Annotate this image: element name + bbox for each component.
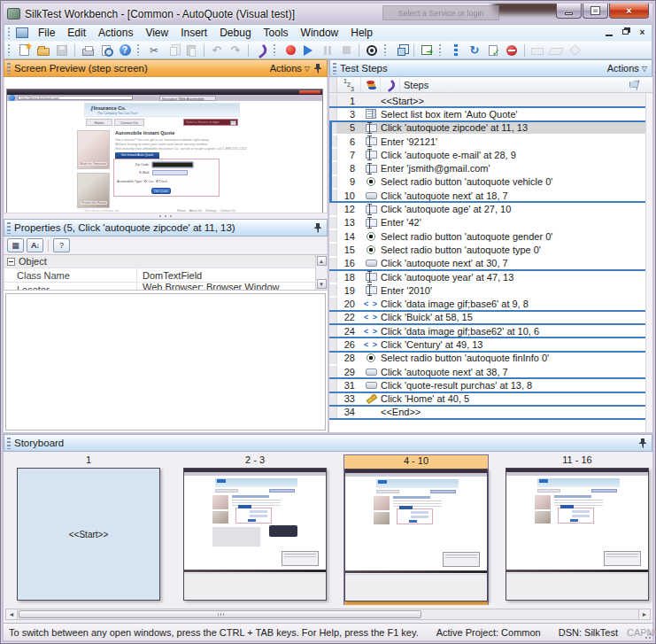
storyboard-thumbnail-2[interactable]: 2 - 3 bbox=[182, 454, 328, 601]
help-icon[interactable] bbox=[116, 43, 134, 58]
menu-help[interactable]: Help bbox=[344, 26, 379, 40]
menu-tools[interactable]: Tools bbox=[258, 26, 295, 40]
storyboard-scrollbar[interactable]: ◄ ► bbox=[5, 609, 651, 620]
properties-category-row[interactable]: Object bbox=[4, 255, 327, 268]
storyboard-header[interactable]: Storyboard bbox=[4, 434, 652, 452]
menu-insert[interactable]: Insert bbox=[174, 26, 213, 40]
redo-icon[interactable] bbox=[227, 43, 244, 58]
toolbar-grip[interactable] bbox=[439, 44, 444, 56]
test-step-row[interactable]: 8Enter 'jsmith@gmail.com' bbox=[329, 160, 652, 174]
test-step-row[interactable]: 33Click 'Home' at 40, 5 bbox=[329, 392, 652, 405]
test-step-row[interactable]: 6Enter '92121' bbox=[329, 134, 652, 147]
scroll-up-icon[interactable]: ▲ bbox=[317, 256, 327, 266]
test-step-row[interactable]: 9Select radio button 'autoquote vehicle … bbox=[329, 175, 652, 188]
test-step-row[interactable]: 31Click 'quote-result purchas' at 13, 8 bbox=[329, 377, 652, 391]
panel-grip[interactable] bbox=[333, 63, 336, 74]
property-row[interactable]: Class Name DomTextField bbox=[4, 268, 327, 283]
print-preview-icon[interactable] bbox=[97, 43, 115, 58]
test-steps-actions-menu[interactable]: Actions▽ bbox=[607, 63, 647, 74]
horizontal-splitter[interactable] bbox=[4, 213, 328, 219]
minimize-button[interactable] bbox=[556, 4, 582, 19]
document-icon[interactable] bbox=[16, 27, 28, 38]
test-step-row[interactable]: 1<<Start>> bbox=[329, 93, 652, 106]
test-steps-header[interactable]: Test Steps Actions▽ bbox=[329, 59, 652, 77]
record-icon[interactable] bbox=[282, 43, 299, 58]
sort-alphabetical-icon[interactable]: A↓ bbox=[27, 238, 43, 252]
test-step-row[interactable]: 19Enter '2010' bbox=[329, 283, 652, 296]
toolbar-grip[interactable] bbox=[8, 44, 12, 56]
close-button[interactable]: × bbox=[609, 4, 649, 19]
cut-icon[interactable] bbox=[145, 43, 163, 58]
panel-grip[interactable] bbox=[7, 63, 11, 74]
verify-results-icon[interactable] bbox=[484, 43, 502, 58]
storyboard-thumbnail-3[interactable]: 4 - 10 bbox=[343, 454, 489, 605]
remove-result-icon[interactable] bbox=[503, 43, 521, 58]
mdi-close-button[interactable]: × bbox=[637, 27, 648, 37]
identify-object-icon[interactable] bbox=[363, 43, 381, 58]
paste-icon[interactable] bbox=[182, 43, 200, 58]
scrollbar-thumb[interactable] bbox=[19, 610, 421, 618]
test-step-row[interactable]: 29Click 'autoquote next' at 38, 7 bbox=[329, 364, 652, 377]
panel-grip[interactable] bbox=[7, 222, 11, 234]
menu-file[interactable]: File bbox=[32, 26, 61, 40]
refresh-icon[interactable] bbox=[466, 43, 483, 58]
scroll-left-icon[interactable]: ◄ bbox=[6, 609, 18, 619]
menu-debug[interactable]: Debug bbox=[213, 26, 257, 40]
pin-icon[interactable] bbox=[313, 222, 322, 233]
print-icon[interactable] bbox=[79, 43, 96, 58]
steps-column-label[interactable]: Steps bbox=[400, 77, 652, 92]
test-step-row[interactable]: 26< >Click 'Century' at 49, 13 bbox=[329, 337, 652, 350]
new-visual-test-icon[interactable] bbox=[16, 43, 34, 58]
test-step-row[interactable]: 5Click 'autoquote zipcode' at 11, 13 bbox=[329, 120, 652, 134]
maximize-button[interactable] bbox=[583, 4, 608, 19]
steps-scrollbar[interactable] bbox=[645, 93, 652, 432]
test-step-row[interactable]: 14Select radio button 'autoquote gender … bbox=[329, 229, 652, 242]
pin-icon[interactable] bbox=[313, 63, 322, 74]
menu-window[interactable]: Window bbox=[295, 26, 345, 40]
scroll-right-icon[interactable]: ► bbox=[638, 609, 650, 619]
run-results-icon[interactable] bbox=[418, 43, 436, 58]
open-icon[interactable] bbox=[35, 43, 52, 58]
resize-grip[interactable] bbox=[643, 631, 652, 640]
stop-icon[interactable] bbox=[337, 43, 355, 58]
shape-parallelogram-icon[interactable] bbox=[547, 43, 565, 58]
mdi-restore-button[interactable] bbox=[620, 27, 631, 37]
test-step-row[interactable]: 34<<End>> bbox=[329, 405, 652, 418]
pin-icon[interactable] bbox=[638, 438, 647, 448]
data-column-icon[interactable] bbox=[361, 77, 381, 92]
property-row-clipped[interactable]: Locator Web Browser: Browser Window bbox=[4, 283, 327, 291]
test-step-row[interactable]: 16Click 'autoquote next' at 30, 7 bbox=[329, 256, 652, 269]
row-number-column-icon[interactable]: 2 bbox=[337, 77, 361, 92]
screen-preview-area[interactable]: http://demo.borland.com/ Insurance Web A… bbox=[4, 77, 328, 213]
test-step-row[interactable]: 24< >Click 'data image gif;base62' at 10… bbox=[329, 323, 652, 337]
undo-icon[interactable] bbox=[208, 43, 226, 58]
test-step-row[interactable]: 12Click 'autoquote age' at 27, 10 bbox=[329, 201, 652, 214]
toolbar-grip[interactable] bbox=[274, 44, 278, 56]
menu-edit[interactable]: Edit bbox=[61, 26, 92, 40]
shape-diamond-icon[interactable] bbox=[566, 43, 583, 58]
properties-header[interactable]: Properties (5, Click 'autoquote zipcode'… bbox=[4, 219, 328, 237]
test-step-row[interactable]: 22< >Click 'Buick' at 58, 15 bbox=[329, 310, 652, 323]
categorized-icon[interactable]: ▦ bbox=[7, 238, 24, 252]
test-step-row[interactable]: 15Select radio button 'autoquote type 0' bbox=[329, 242, 652, 255]
title-bar[interactable]: SilkTest Workbench - [Common - AutoQuote… bbox=[4, 4, 652, 24]
flag-icon[interactable] bbox=[629, 80, 640, 90]
properties-scrollbar[interactable]: ▲ ▼ bbox=[315, 255, 327, 290]
test-step-row[interactable]: 18Click 'autoquote year' at 47, 13 bbox=[329, 269, 652, 283]
save-icon[interactable] bbox=[53, 43, 71, 58]
storyboard-thumbnail-1[interactable]: 1<<Start>> bbox=[16, 454, 161, 601]
storyboard-thumbnail-4[interactable]: 11 - 16 bbox=[505, 454, 650, 601]
panel-grip[interactable] bbox=[7, 438, 11, 449]
screen-preview-actions-menu[interactable]: Actions▽ bbox=[270, 63, 310, 74]
toolbar-grip[interactable] bbox=[384, 44, 389, 56]
test-step-row[interactable]: 13Enter '42' bbox=[329, 215, 652, 229]
menu-actions[interactable]: Actions bbox=[92, 26, 139, 40]
test-step-row[interactable]: 3Select list box item 'Auto Quote' bbox=[329, 106, 652, 120]
window-layout-icon[interactable] bbox=[392, 43, 410, 58]
collapse-icon[interactable] bbox=[7, 258, 15, 266]
help-icon[interactable]: ? bbox=[53, 238, 70, 252]
screen-preview-header[interactable]: Screen Preview (step screen) Actions▽ bbox=[4, 59, 328, 77]
scroll-down-icon[interactable]: ▼ bbox=[317, 279, 327, 289]
flow-column-icon[interactable] bbox=[381, 77, 400, 92]
visual-navigator-icon[interactable] bbox=[252, 43, 270, 58]
